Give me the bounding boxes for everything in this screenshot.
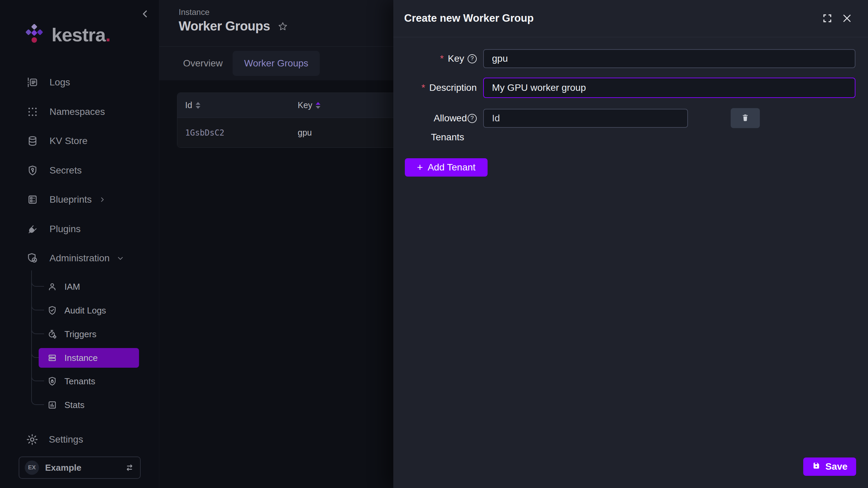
- sidebar-item-tenants[interactable]: Tenants: [39, 371, 139, 391]
- account-icon: [47, 281, 58, 292]
- column-header-id: Id: [185, 100, 192, 110]
- nav-label: IAM: [64, 282, 80, 292]
- nav-label: Audit Logs: [64, 305, 106, 316]
- drawer-title: Create new Worker Group: [404, 12, 534, 24]
- sidebar: kestra. Logs Namespaces KV Store Se: [0, 0, 159, 488]
- logs-icon: [26, 76, 39, 88]
- tenant-selector[interactable]: EX Example: [19, 456, 141, 479]
- save-button[interactable]: Save: [803, 458, 856, 476]
- chart-box-icon: [47, 400, 58, 410]
- swap-horizontal-icon: [124, 463, 135, 473]
- shield-key-icon: [26, 164, 39, 177]
- help-glyph: ?: [471, 115, 474, 122]
- page-title: Worker Groups: [179, 19, 270, 34]
- sort-control-id[interactable]: [196, 102, 200, 109]
- allowed-tenant-id-input[interactable]: [483, 109, 688, 128]
- shield-check-icon: [47, 305, 58, 316]
- tab-overview[interactable]: Overview: [172, 51, 234, 76]
- sidebar-item-instance[interactable]: Instance: [39, 348, 139, 368]
- plug-icon: [26, 223, 39, 235]
- allowed-tenants-label-line1: Allowed ?: [403, 109, 477, 128]
- label-text: Key: [448, 53, 464, 64]
- sidebar-item-secrets[interactable]: Secrets: [20, 160, 152, 181]
- breadcrumb: Instance: [179, 7, 210, 17]
- nav-label: Secrets: [50, 165, 82, 176]
- chevron-right-icon: [99, 196, 106, 203]
- nav-label: Instance: [64, 353, 98, 363]
- nav-label: Administration: [50, 253, 110, 264]
- timer-cog-icon: [47, 329, 58, 340]
- chevron-left-icon: [139, 16, 151, 21]
- sidebar-item-iam[interactable]: IAM: [39, 277, 139, 297]
- drawer-header: Create new Worker Group: [393, 0, 868, 37]
- label-text: Allowed: [434, 113, 467, 124]
- tab-label: Worker Groups: [244, 58, 308, 69]
- nav-label: Plugins: [50, 224, 81, 235]
- sidebar-item-stats[interactable]: Stats: [39, 395, 139, 415]
- sidebar-item-plugins[interactable]: Plugins: [20, 219, 152, 240]
- sidebar-item-kv-store[interactable]: KV Store: [20, 130, 152, 151]
- sort-desc-icon: [196, 106, 200, 109]
- key-field-label: * Key ?: [403, 49, 477, 68]
- sort-asc-icon: [196, 102, 200, 105]
- cell-id: 1GsbDsC2: [185, 128, 224, 138]
- required-marker: *: [440, 53, 444, 64]
- sidebar-item-blueprints[interactable]: Blueprints: [20, 189, 152, 210]
- trash-icon: [741, 113, 750, 123]
- fullscreen-icon: [822, 13, 832, 24]
- label-text: Description: [429, 82, 477, 93]
- sort-asc-icon-active: [316, 102, 320, 105]
- save-label: Save: [825, 461, 847, 472]
- sidebar-item-logs[interactable]: Logs: [20, 72, 152, 93]
- description-input[interactable]: [483, 78, 855, 98]
- tenant-avatar: EX: [25, 461, 39, 475]
- favorite-star-button[interactable]: [277, 21, 288, 33]
- table-header-row: Id Key: [177, 93, 428, 118]
- allowed-tenants-label-line2: Tenants: [403, 128, 477, 147]
- description-field-label: * Description: [403, 78, 477, 98]
- subnav-tree-line: [31, 270, 32, 401]
- worker-groups-table: Id Key 1GsbDsC2 gpu: [177, 93, 428, 148]
- gear-icon: [26, 433, 39, 446]
- nav-label: Tenants: [64, 376, 95, 387]
- label-text: Tenants: [431, 132, 464, 143]
- sort-control-key[interactable]: [316, 102, 320, 109]
- chevron-down-icon: [116, 254, 124, 262]
- sidebar-collapse-button[interactable]: [138, 7, 152, 21]
- tab-worker-groups[interactable]: Worker Groups: [233, 51, 320, 76]
- app-root: kestra. Logs Namespaces KV Store Se: [0, 0, 868, 488]
- namespaces-icon: [26, 106, 39, 118]
- close-icon: [842, 13, 852, 25]
- sidebar-item-settings[interactable]: Settings: [20, 429, 152, 450]
- blueprints-icon: [26, 194, 39, 206]
- help-icon[interactable]: ?: [468, 114, 477, 123]
- table-row[interactable]: 1GsbDsC2 gpu: [177, 118, 428, 147]
- sidebar-item-triggers[interactable]: Triggers: [39, 324, 139, 344]
- kestra-logo[interactable]: kestra.: [24, 24, 111, 46]
- close-button[interactable]: [840, 11, 854, 26]
- logo-dot: .: [105, 24, 111, 46]
- cell-key: gpu: [298, 128, 312, 138]
- sidebar-item-namespaces[interactable]: Namespaces: [20, 101, 152, 122]
- help-glyph: ?: [471, 55, 474, 62]
- nav-label: Settings: [49, 434, 83, 445]
- nav-label: Blueprints: [50, 194, 92, 205]
- logo-text: kestra: [52, 24, 105, 46]
- sidebar-item-administration[interactable]: Administration: [20, 248, 152, 269]
- save-icon: [812, 461, 821, 472]
- shield-lock-icon: [47, 376, 58, 387]
- nav-label: Namespaces: [50, 106, 105, 117]
- create-worker-group-drawer: Create new Worker Group * Key ? * Descri…: [393, 0, 868, 488]
- delete-tenant-button[interactable]: [731, 108, 760, 128]
- key-input[interactable]: [483, 49, 855, 68]
- add-tenant-button[interactable]: + Add Tenant: [405, 158, 488, 177]
- help-icon[interactable]: ?: [468, 54, 477, 63]
- fullscreen-button[interactable]: [820, 11, 835, 26]
- kestra-logo-icon: [24, 24, 44, 46]
- add-tenant-label: Add Tenant: [428, 162, 475, 173]
- tenant-name: Example: [45, 463, 124, 473]
- server-icon: [47, 352, 58, 363]
- tab-label: Overview: [183, 58, 223, 69]
- nav-label: Stats: [64, 400, 84, 410]
- sidebar-item-audit-logs[interactable]: Audit Logs: [39, 301, 139, 320]
